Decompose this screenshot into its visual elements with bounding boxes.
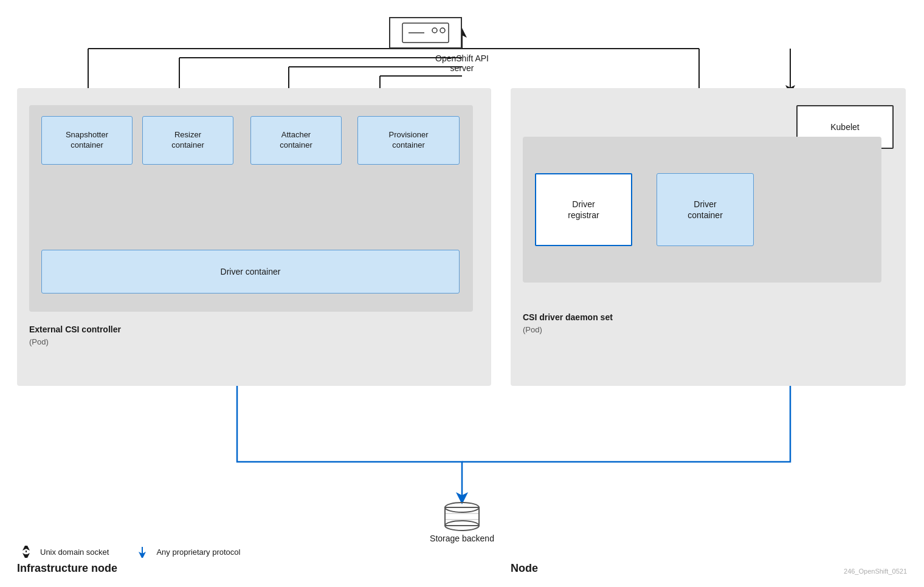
csi-controller-subtitle: (Pod) bbox=[29, 337, 49, 346]
api-server-label: OpenShift API server bbox=[426, 53, 498, 73]
legend: Unix domain socket Any proprietary proto… bbox=[17, 546, 240, 558]
node-box: Kubelet Driver registrar Driver containe… bbox=[511, 88, 906, 386]
csi-daemon-subtitle: (Pod) bbox=[523, 325, 542, 334]
svg-point-27 bbox=[440, 28, 445, 33]
storage-icon bbox=[436, 498, 488, 535]
attacher-container: Attacher container bbox=[250, 116, 342, 165]
infra-node-box: Snapshotter container Resizer container … bbox=[17, 88, 491, 386]
legend-blue: Any proprietary protocol bbox=[133, 546, 240, 558]
infra-node-label: Infrastructure node bbox=[17, 562, 117, 575]
driver-container-node: Driver container bbox=[657, 173, 754, 246]
driver-registrar-box: Driver registrar bbox=[535, 173, 632, 246]
resizer-container: Resizer container bbox=[142, 116, 233, 165]
snapshotter-container: Snapshotter container bbox=[41, 116, 133, 165]
legend-dashed: Unix domain socket bbox=[17, 546, 109, 558]
node-label: Node bbox=[511, 562, 538, 575]
storage-label: Storage backend bbox=[426, 534, 498, 543]
api-server-box bbox=[389, 17, 462, 49]
provisioner-container: Provisioner container bbox=[357, 116, 460, 165]
watermark: 246_OpenShift_0521 bbox=[844, 568, 907, 575]
svg-point-26 bbox=[432, 28, 437, 33]
diagram-container: OpenShift API server Snapshotter contain… bbox=[0, 0, 924, 587]
csi-daemon-title: CSI driver daemon set bbox=[523, 312, 613, 322]
driver-container-infra: Driver container bbox=[41, 250, 460, 294]
csi-controller-title: External CSI controller bbox=[29, 324, 121, 334]
csi-daemon-pod: Driver registrar Driver container bbox=[523, 137, 881, 283]
csi-controller-pod: Snapshotter container Resizer container … bbox=[29, 105, 473, 312]
svg-rect-29 bbox=[445, 507, 479, 526]
